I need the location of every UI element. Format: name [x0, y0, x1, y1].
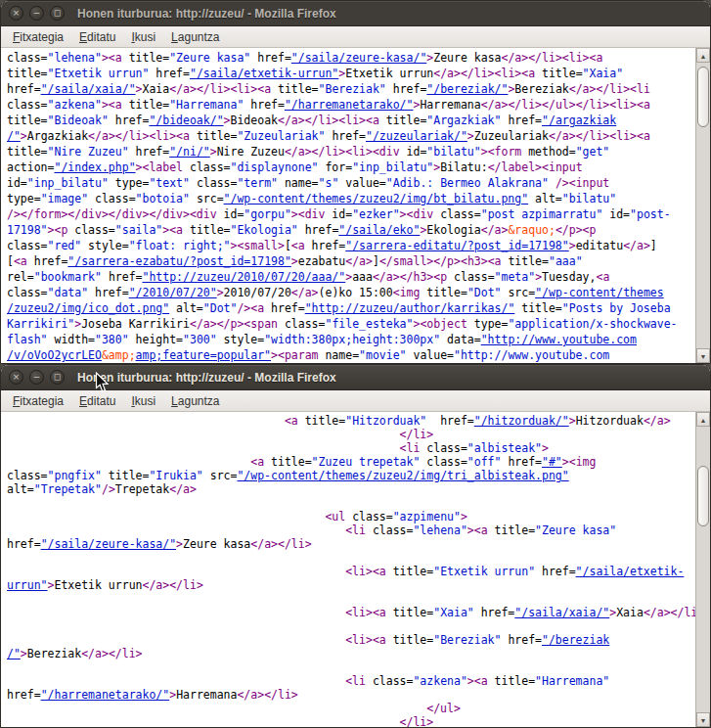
source-token: Etxetik urrun [345, 67, 433, 80]
source-token: height= [129, 333, 183, 346]
source-token: </a> [644, 414, 671, 428]
source-link[interactable]: "/index.php" [54, 160, 135, 174]
menu-item-laguntza[interactable]: Laguntza [163, 392, 227, 410]
source-link[interactable]: /" [7, 647, 21, 660]
close-button[interactable]: × [9, 6, 23, 21]
menu-item-laguntza[interactable]: Laguntza [163, 28, 227, 46]
menu-item-editatu[interactable]: Editatu [71, 392, 123, 410]
source-token: </a></h3><p [373, 270, 447, 284]
source-token: <li [400, 441, 421, 455]
source-link[interactable]: "#" [542, 455, 562, 469]
menu-item-ikusi[interactable]: Ikusi [123, 28, 163, 46]
source-token: Xaia [143, 82, 170, 96]
source-token: title= [386, 633, 433, 647]
source-link[interactable]: "/sarrera-editatu/?post_id=17198" [345, 239, 568, 252]
source-link[interactable]: "/saila/etxetik- [576, 565, 685, 578]
scrollbar-track[interactable] [696, 63, 710, 348]
source-line: <ul class="azpimenu"> [7, 510, 695, 523]
source-link[interactable]: urrun" [7, 578, 48, 592]
source-link[interactable]: "/wp-content/themes/zuzeu2/img/tri_albis… [237, 469, 568, 482]
source-token: href= [7, 82, 41, 96]
titlebar[interactable]: × − ◻ Honen iturburua: http://zuzeu/ - M… [1, 1, 710, 26]
scroll-up-button[interactable]: ▲ [696, 48, 710, 63]
source-token: Bereziak [27, 647, 81, 660]
scroll-up-button[interactable]: ▲ [696, 412, 710, 427]
titlebar[interactable]: × − ◻ Honen iturburua: http://zuzeu/ - M… [1, 365, 710, 390]
source-token: href= [264, 301, 305, 315]
source-link[interactable]: /" [7, 129, 21, 143]
source-link[interactable]: "/2010/07/20" [129, 286, 217, 299]
source-link[interactable]: "/ni/" [169, 145, 210, 159]
source-token: "lehena" [48, 51, 102, 65]
source-link[interactable]: "/bideoak/" [149, 114, 223, 127]
source-link[interactable]: "/saila/zeure-kasa/" [291, 51, 426, 65]
source-link[interactable]: "http://www.youtube.com [481, 333, 637, 346]
source-token: > [210, 145, 217, 159]
maximize-button[interactable]: ◻ [50, 370, 65, 385]
source-link[interactable]: "/saila/eko" [338, 223, 420, 237]
source-link[interactable]: "/saila/xaia/" [514, 606, 609, 619]
source-line: class="pngfix" title="Irukia" src="/wp-c… [7, 469, 695, 482]
source-token: > [217, 286, 224, 299]
vertical-scrollbar[interactable]: ▲ ▼ [695, 48, 710, 363]
menu-item-ikusi[interactable]: Ikusi [123, 392, 163, 410]
source-link[interactable]: "/sarrera-ezabatu/?post_id=17198" [67, 254, 290, 268]
minimize-button[interactable]: − [29, 6, 44, 21]
source-link[interactable]: "/argazkiak [542, 114, 616, 127]
source-token: "Posts by Joseba [562, 301, 671, 315]
source-token: "displaynone" [231, 160, 319, 174]
maximize-button[interactable]: ◻ [50, 6, 65, 21]
source-token: "Dot" [467, 286, 502, 299]
scrollbar-thumb[interactable] [697, 67, 709, 127]
source-token: title= [271, 82, 318, 96]
source-link[interactable]: /zuzeu2/img/ico_dot.png" [7, 301, 169, 315]
source-view[interactable]: class="lehena"><a title="Zeure kasa" hre… [1, 48, 695, 363]
source-line: <a title="Hitzorduak" href="/hitzorduak/… [7, 414, 695, 428]
source-link[interactable]: "/harremanetarako/" [285, 98, 414, 112]
source-token: "Irukia" [149, 469, 202, 482]
source-line: class="azkena"><a title="Harremana" href… [7, 97, 695, 113]
source-token [7, 606, 345, 619]
source-view[interactable]: <a title="Hitzorduak" href="/hitzorduak/… [1, 412, 695, 727]
scroll-down-button[interactable]: ▼ [696, 348, 710, 363]
source-token: title= [514, 301, 561, 315]
scrollbar-track[interactable] [696, 427, 710, 712]
scrollbar-thumb[interactable] [697, 466, 709, 526]
source-token: ><form [481, 145, 522, 159]
source-link[interactable]: "/saila/xaia/" [41, 82, 136, 96]
source-link[interactable]: "/harremanetarako/" [41, 688, 170, 702]
source-token: value= [407, 348, 454, 362]
source-link[interactable]: "/saila/etxetik-urrun" [190, 67, 338, 80]
source-token: src= [502, 286, 536, 299]
source-link[interactable]: /v/oVoO2ycrLEO [7, 348, 102, 362]
source-link[interactable]: "http://zuzeu/2010/07/20/aaa/" [143, 270, 346, 284]
source-line: </li> [7, 715, 695, 727]
source-link[interactable]: "/bereziak [542, 633, 609, 647]
minimize-button[interactable]: − [29, 370, 44, 385]
source-link[interactable]: "http://zuzeu/author/karrikas/" [305, 301, 515, 315]
source-token: "Xaia" [433, 606, 474, 619]
source-token: class= [7, 469, 48, 482]
source-token: "Etxetik urrun" [433, 565, 535, 578]
menu-item-fitxategia[interactable]: Fitxategia [5, 28, 71, 46]
menu-item-editatu[interactable]: Editatu [71, 28, 123, 46]
source-link[interactable]: "/wp-content/themes/zuzeu2/img/bt_bilatu… [224, 192, 529, 205]
source-token: Karrikiri" [7, 317, 74, 331]
source-token: "lehena" [413, 523, 467, 537]
menu-item-fitxategia[interactable]: Fitxategia [5, 392, 71, 410]
source-link[interactable]: "/bereziak/" [426, 82, 508, 96]
source-token: href= [244, 98, 285, 112]
source-link[interactable]: "/wp-content/themes [535, 286, 664, 299]
source-token: Zeure kasa [433, 51, 501, 65]
source-token: ><p [48, 223, 68, 237]
source-link[interactable]: amp;feature=popular" [136, 348, 271, 362]
vertical-scrollbar[interactable]: ▲ ▼ [695, 412, 710, 727]
scroll-down-button[interactable]: ▼ [696, 712, 710, 727]
source-token: "Zeure kasa" [535, 523, 616, 537]
source-token: title= [122, 98, 169, 112]
source-token: </a> [345, 254, 373, 268]
source-link[interactable]: "/saila/zeure-kasa/" [41, 537, 176, 551]
source-link[interactable]: "/hitzorduak/" [474, 414, 569, 428]
close-button[interactable]: × [9, 370, 23, 385]
source-link[interactable]: "/zuzeulariak/" [366, 129, 467, 143]
